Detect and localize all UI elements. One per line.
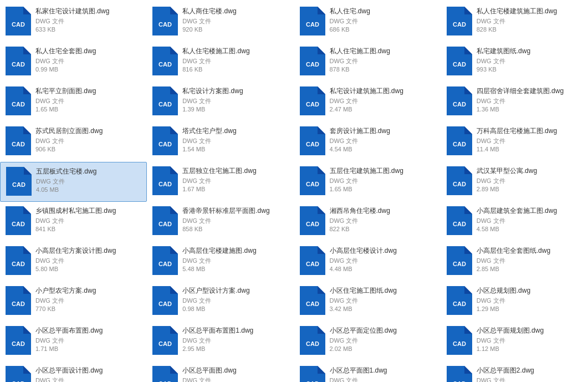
file-item[interactable]: CAD 私人住宅.dwg DWG 文件 686 KB [294,2,441,42]
svg-text:CAD: CAD [306,61,319,68]
file-size: 858 KB [182,226,288,232]
file-icon: CAD [6,7,31,35]
file-info: 私宅设计建筑施工图.dwg DWG 文件 2.47 MB [330,86,436,113]
file-name: 四层宿舍详细全套建筑图.dwg [477,86,582,96]
file-name: 小高层住宅楼建施图.dwg [182,246,288,256]
file-icon: CAD [447,326,472,355]
file-type: DWG 文件 [330,57,436,65]
svg-text:CAD: CAD [306,141,319,147]
file-item[interactable]: CAD 五层独立住宅施工图.dwg DWG 文件 1.67 MB [147,162,294,202]
file-info: 私人商住宅楼.dwg DWG 文件 920 KB [182,7,288,33]
file-info: 小高层住宅楼设计.dwg DWG 文件 4.48 MB [330,246,436,272]
file-item[interactable]: CAD 小区总平面设计图.dwg DWG 文件 792 KB [0,361,147,382]
svg-text:CAD: CAD [12,340,25,347]
file-info: 小区总平面规划图.dwg DWG 文件 1.12 MB [477,326,582,352]
file-item[interactable]: CAD 私人住宅全套图.dwg DWG 文件 0.99 MB [0,42,147,82]
file-item[interactable]: CAD 私家住宅设计建筑图.dwg DWG 文件 633 KB [0,2,147,42]
svg-marker-1 [23,7,31,14]
svg-text:CAD: CAD [306,261,319,267]
file-item[interactable]: CAD 小户型农宅方案.dwg DWG 文件 770 KB [0,282,147,322]
file-item[interactable]: CAD 私宅设计建筑施工图.dwg DWG 文件 2.47 MB [294,82,441,122]
file-item[interactable]: CAD 乡镇围成村私宅施工图.dwg DWG 文件 841 KB [0,202,147,242]
file-size: 878 KB [330,66,436,73]
svg-text:CAD: CAD [306,181,319,187]
file-item[interactable]: CAD 私人住宅楼建筑施工图.dwg DWG 文件 828 KB [441,2,588,42]
file-item[interactable]: CAD 小区总平面布置图1.dwg DWG 文件 2.95 MB [147,322,294,361]
file-icon: CAD [152,286,178,315]
file-info: 武汉某甲型公寓.dwg DWG 文件 2.89 MB [477,166,582,192]
svg-text:CAD: CAD [158,141,172,147]
file-item[interactable]: CAD 套房设计施工图.dwg DWG 文件 4.54 MB [294,122,441,162]
svg-marker-94 [464,286,472,294]
file-icon: CAD [447,126,472,155]
svg-marker-4 [170,7,178,14]
file-item[interactable]: CAD 小高层住宅全套图纸.dwg DWG 文件 2.85 MB [441,242,588,282]
file-name: 小区总规划图.dwg [477,286,582,296]
svg-text:CAD: CAD [306,340,319,347]
file-size: 2.89 MB [477,186,582,192]
file-info: 私宅平立剖面图.dwg DWG 文件 1.65 MB [35,86,141,113]
file-item[interactable]: CAD 私人住宅楼施工图.dwg DWG 文件 816 KB [147,42,294,82]
svg-marker-114 [300,366,325,382]
file-item[interactable]: CAD 小高层建筑全套施工图.dwg DWG 文件 4.58 MB [441,202,588,242]
file-item[interactable]: CAD 五层板式住宅楼.dwg DWG 文件 4.05 MB [0,162,147,202]
file-name: 小高层住宅全套图纸.dwg [477,246,582,256]
file-item[interactable]: CAD 小区总平面图2.dwg DWG 文件 1.75 MB [441,361,588,382]
svg-text:CAD: CAD [453,61,466,68]
file-item[interactable]: CAD 私宅平立剖面图.dwg DWG 文件 1.65 MB [0,82,147,122]
file-icon: CAD [6,366,31,382]
file-type: DWG 文件 [35,137,141,145]
file-type: DWG 文件 [182,97,288,105]
file-size: 822 KB [330,226,436,232]
file-item[interactable]: CAD 小区总规划图.dwg DWG 文件 1.29 MB [441,282,588,322]
file-name: 香港帝景轩标准层平面图.dwg [182,206,288,216]
file-size: 906 KB [35,146,141,152]
file-item[interactable]: CAD 私宅设计方案图.dwg DWG 文件 1.39 MB [147,82,294,122]
file-size: 11.4 MB [477,146,582,152]
file-type: DWG 文件 [330,97,436,105]
file-type: DWG 文件 [477,57,582,65]
file-item[interactable]: CAD 小区户型设计方案.dwg DWG 文件 0.98 MB [147,282,294,322]
file-info: 五层住宅建筑施工图.dwg DWG 文件 1.65 MB [330,166,436,192]
file-type: DWG 文件 [330,177,436,185]
file-item[interactable]: CAD 小区总平面布置图.dwg DWG 文件 1.71 MB [0,322,147,361]
file-item[interactable]: CAD 小高层住宅楼设计.dwg DWG 文件 4.48 MB [294,242,441,282]
svg-marker-46 [464,126,472,134]
file-size: 0.99 MB [35,66,141,73]
file-item[interactable]: CAD 小区住宅施工图纸.dwg DWG 文件 3.42 MB [294,282,441,322]
file-icon: CAD [6,326,31,355]
file-name: 塔式住宅户型.dwg [182,126,288,136]
file-item[interactable]: CAD 武汉某甲型公寓.dwg DWG 文件 2.89 MB [441,162,588,202]
file-item[interactable]: CAD 小区总平面定位图.dwg DWG 文件 2.02 MB [294,322,441,361]
file-info: 私人住宅全套图.dwg DWG 文件 0.99 MB [35,47,141,73]
file-type: DWG 文件 [477,376,582,382]
file-item[interactable]: CAD 小区总平面图1.dwg DWG 文件 964 KB [294,361,441,382]
file-item[interactable]: CAD 小高层住宅方案设计图.dwg DWG 文件 5.80 MB [0,242,147,282]
file-item[interactable]: CAD 塔式住宅户型.dwg DWG 文件 1.54 MB [147,122,294,162]
svg-text:CAD: CAD [12,141,25,147]
file-info: 小区住宅施工图纸.dwg DWG 文件 3.42 MB [330,286,436,312]
file-item[interactable]: CAD 香港帝景轩标准层平面图.dwg DWG 文件 858 KB [147,202,294,242]
svg-marker-22 [464,47,472,54]
file-name: 小区户型设计方案.dwg [182,286,288,296]
file-item[interactable]: CAD 万科高层住宅楼施工图.dwg DWG 文件 11.4 MB [441,122,588,162]
file-type: DWG 文件 [182,217,288,225]
file-item[interactable]: CAD 苏式民居剖立面图.dwg DWG 文件 906 KB [0,122,147,162]
file-info: 小区总平面布置图1.dwg DWG 文件 2.95 MB [182,326,288,352]
file-type: DWG 文件 [35,17,141,26]
file-item[interactable]: CAD 小区总平面图.dwg DWG 文件 2.71 MB [147,361,294,382]
file-item[interactable]: CAD 湘西吊角住宅楼.dwg DWG 文件 822 KB [294,202,441,242]
file-name: 私人住宅楼建筑施工图.dwg [477,7,582,16]
file-item[interactable]: CAD 私人商住宅楼.dwg DWG 文件 920 KB [147,2,294,42]
svg-text:CAD: CAD [453,261,466,267]
file-item[interactable]: CAD 小区总平面规划图.dwg DWG 文件 1.12 MB [441,322,588,361]
file-item[interactable]: CAD 私人住宅施工图.dwg DWG 文件 878 KB [294,42,441,82]
file-icon: CAD [152,326,178,355]
file-item[interactable]: CAD 四层宿舍详细全套建筑图.dwg DWG 文件 1.36 MB [441,82,588,122]
file-name: 乡镇围成村私宅施工图.dwg [35,206,141,216]
file-icon: CAD [447,86,472,115]
file-item[interactable]: CAD 私宅建筑图纸.dwg DWG 文件 993 KB [441,42,588,82]
file-type: DWG 文件 [35,217,141,225]
file-item[interactable]: CAD 小高层住宅楼建施图.dwg DWG 文件 5.48 MB [147,242,294,282]
file-item[interactable]: CAD 五层住宅建筑施工图.dwg DWG 文件 1.65 MB [294,162,441,202]
